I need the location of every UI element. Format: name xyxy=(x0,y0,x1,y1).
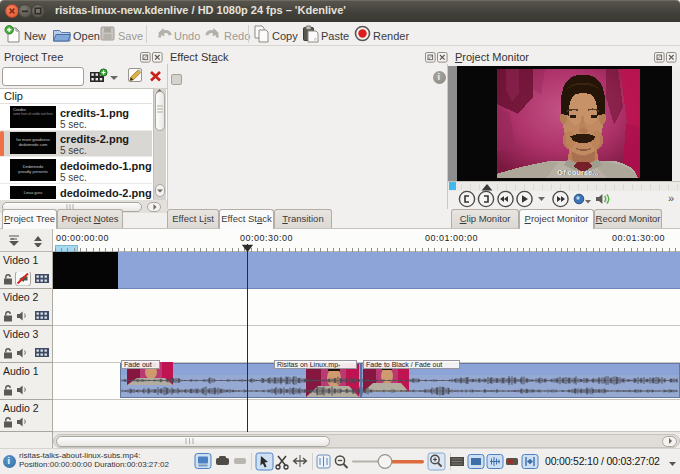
svg-text:Of course...: Of course... xyxy=(557,168,598,177)
